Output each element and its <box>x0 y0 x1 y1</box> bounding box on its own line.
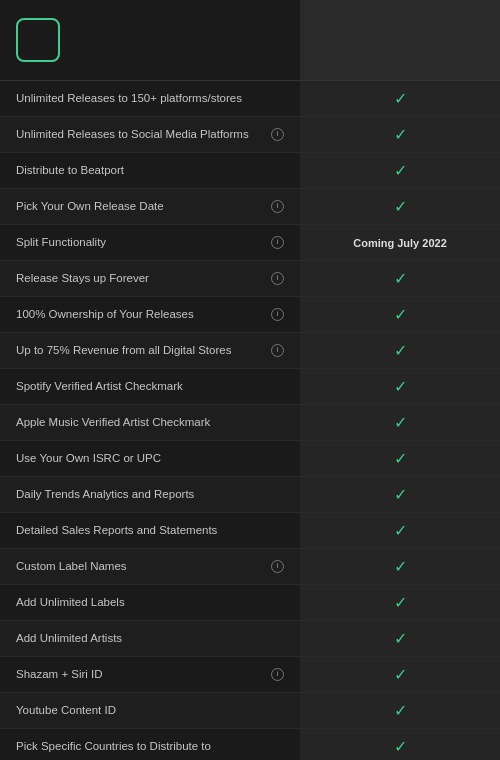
info-icon[interactable]: i <box>271 308 284 321</box>
feature-value-col: ✓ <box>300 405 500 440</box>
check-icon: ✓ <box>394 377 407 396</box>
check-icon: ✓ <box>394 413 407 432</box>
feature-label: Release Stays up Forever <box>16 271 267 286</box>
feature-value-col: ✓ <box>300 693 500 728</box>
feature-label: Shazam + Siri ID <box>16 667 267 682</box>
info-icon[interactable]: i <box>271 668 284 681</box>
feature-value-col: ✓ <box>300 513 500 548</box>
check-icon: ✓ <box>394 521 407 540</box>
table-row: Unlimited Releases to Social Media Platf… <box>0 117 500 153</box>
feature-label-col: Spotify Verified Artist Checkmark <box>0 369 300 404</box>
feature-label-col: Daily Trends Analytics and Reports <box>0 477 300 512</box>
table-row: Shazam + Siri IDi✓ <box>0 657 500 693</box>
feature-value-col: ✓ <box>300 189 500 224</box>
check-icon: ✓ <box>394 89 407 108</box>
check-icon: ✓ <box>394 341 407 360</box>
plan-header-col <box>300 0 500 80</box>
check-icon: ✓ <box>394 701 407 720</box>
check-icon: ✓ <box>394 197 407 216</box>
feature-value-col: ✓ <box>300 297 500 332</box>
table-row: Use Your Own ISRC or UPC✓ <box>0 441 500 477</box>
check-icon: ✓ <box>394 593 407 612</box>
feature-label: Split Functionality <box>16 235 267 250</box>
info-icon[interactable]: i <box>271 200 284 213</box>
feature-label: Add Unlimited Labels <box>16 595 284 610</box>
check-icon: ✓ <box>394 485 407 504</box>
feature-label-col: Shazam + Siri IDi <box>0 657 300 692</box>
check-icon: ✓ <box>394 737 407 756</box>
feature-label: 100% Ownership of Your Releases <box>16 307 267 322</box>
feature-value-col: ✓ <box>300 549 500 584</box>
check-icon: ✓ <box>394 665 407 684</box>
check-icon: ✓ <box>394 557 407 576</box>
feature-label-col: Distribute to Beatport <box>0 153 300 188</box>
brand-logo <box>16 18 60 62</box>
check-icon: ✓ <box>394 449 407 468</box>
coming-soon-text: Coming July 2022 <box>353 237 447 249</box>
feature-label-col: Unlimited Releases to Social Media Platf… <box>0 117 300 152</box>
feature-label: Unlimited Releases to Social Media Platf… <box>16 127 267 142</box>
feature-value-col: ✓ <box>300 261 500 296</box>
feature-label-col: Pick Specific Countries to Distribute to <box>0 729 300 760</box>
table-row: Pick Your Own Release Datei✓ <box>0 189 500 225</box>
feature-value-col: Coming July 2022 <box>300 225 500 260</box>
info-icon[interactable]: i <box>271 236 284 249</box>
check-icon: ✓ <box>394 269 407 288</box>
table-row: Add Unlimited Artists✓ <box>0 621 500 657</box>
feature-label-col: Apple Music Verified Artist Checkmark <box>0 405 300 440</box>
table-row: Pick Specific Countries to Distribute to… <box>0 729 500 760</box>
feature-label: Add Unlimited Artists <box>16 631 284 646</box>
pricing-table: Unlimited Releases to 150+ platforms/sto… <box>0 0 500 760</box>
feature-value-col: ✓ <box>300 369 500 404</box>
table-row: Up to 75% Revenue from all Digital Store… <box>0 333 500 369</box>
feature-value-col: ✓ <box>300 333 500 368</box>
feature-label-col: Custom Label Namesi <box>0 549 300 584</box>
feature-label-col: Youtube Content ID <box>0 693 300 728</box>
feature-label: Distribute to Beatport <box>16 163 284 178</box>
feature-label: Pick Your Own Release Date <box>16 199 267 214</box>
check-icon: ✓ <box>394 629 407 648</box>
feature-value-col: ✓ <box>300 585 500 620</box>
feature-value-col: ✓ <box>300 621 500 656</box>
table-row: Apple Music Verified Artist Checkmark✓ <box>0 405 500 441</box>
feature-value-col: ✓ <box>300 477 500 512</box>
feature-label-col: Release Stays up Foreveri <box>0 261 300 296</box>
table-row: 100% Ownership of Your Releasesi✓ <box>0 297 500 333</box>
feature-value-col: ✓ <box>300 441 500 476</box>
feature-label-col: 100% Ownership of Your Releasesi <box>0 297 300 332</box>
feature-label: Custom Label Names <box>16 559 267 574</box>
feature-label-col: Pick Your Own Release Datei <box>0 189 300 224</box>
info-icon[interactable]: i <box>271 272 284 285</box>
table-row: Detailed Sales Reports and Statements✓ <box>0 513 500 549</box>
info-icon[interactable]: i <box>271 560 284 573</box>
table-row: Add Unlimited Labels✓ <box>0 585 500 621</box>
check-icon: ✓ <box>394 125 407 144</box>
feature-value-col: ✓ <box>300 117 500 152</box>
feature-label-col: Unlimited Releases to 150+ platforms/sto… <box>0 81 300 116</box>
feature-value-col: ✓ <box>300 729 500 760</box>
feature-rows-container: Unlimited Releases to 150+ platforms/sto… <box>0 81 500 760</box>
feature-value-col: ✓ <box>300 81 500 116</box>
table-row: Release Stays up Foreveri✓ <box>0 261 500 297</box>
feature-label-col: Detailed Sales Reports and Statements <box>0 513 300 548</box>
info-icon[interactable]: i <box>271 128 284 141</box>
feature-value-col: ✓ <box>300 153 500 188</box>
table-row: Youtube Content ID✓ <box>0 693 500 729</box>
header-label-col <box>0 0 300 80</box>
table-row: Custom Label Namesi✓ <box>0 549 500 585</box>
table-row: Distribute to Beatport✓ <box>0 153 500 189</box>
table-row: Unlimited Releases to 150+ platforms/sto… <box>0 81 500 117</box>
feature-label: Apple Music Verified Artist Checkmark <box>16 415 284 430</box>
feature-label: Use Your Own ISRC or UPC <box>16 451 284 466</box>
info-icon[interactable]: i <box>271 344 284 357</box>
feature-value-col: ✓ <box>300 657 500 692</box>
feature-label-col: Add Unlimited Labels <box>0 585 300 620</box>
feature-label: Up to 75% Revenue from all Digital Store… <box>16 343 267 358</box>
feature-label-col: Add Unlimited Artists <box>0 621 300 656</box>
table-row: Split FunctionalityiComing July 2022 <box>0 225 500 261</box>
feature-label: Detailed Sales Reports and Statements <box>16 523 284 538</box>
feature-label-col: Up to 75% Revenue from all Digital Store… <box>0 333 300 368</box>
feature-label: Spotify Verified Artist Checkmark <box>16 379 284 394</box>
table-row: Daily Trends Analytics and Reports✓ <box>0 477 500 513</box>
check-icon: ✓ <box>394 161 407 180</box>
